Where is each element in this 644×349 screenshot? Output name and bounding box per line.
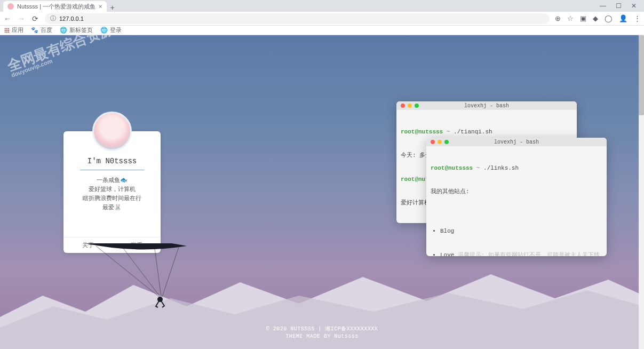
terminal-title: lovexhj - bash [464,103,509,109]
tab-strip: Nutssss | 一个热爱游戏的咸鱼 × + [0,0,644,12]
info-icon[interactable]: ⓘ [50,14,56,22]
window-controls: — ☐ ✕ [594,0,642,12]
list-item[interactable]: Love 温馨提示: 如果有些网站打不开，可能是被主人关下线了哦~ [440,251,602,256]
divider [80,170,144,170]
minimize-dot-icon[interactable] [438,140,442,144]
list-item[interactable]: Blog [440,227,602,235]
toolbar-right: ⊕ ☆ ▣ ◆ ◯ 👤 ⋮ [555,14,641,22]
svg-line-3 [162,247,179,297]
bookmark-login[interactable]: 🌐登录 [100,26,122,34]
links-list: Blog Love 温馨提示: 如果有些网站打不开，可能是被主人关下线了哦~ N… [440,212,602,256]
scrollbar[interactable] [639,35,644,349]
terminal-window-2[interactable]: lovexhj - bash root@nutssss ~ ./links.sh… [426,138,607,256]
minimize-dot-icon[interactable] [408,104,412,108]
maximize-icon[interactable]: ☐ [616,2,622,10]
page-footer: © 2020 NUTSSSS | 湘ICP备XXXXXXXXX THEME MA… [0,326,644,340]
terminal-titlebar[interactable]: lovexhj - bash [426,138,607,146]
reload-icon[interactable]: ⟳ [31,14,39,23]
profile-bio: 一条咸鱼🐟 爱好篮球，计算机 瞎折腾浪费时间最在行 最爱🐰 [63,176,161,212]
svg-line-2 [155,249,161,297]
profile-name: I'm N0tssss [63,157,161,165]
bookmark-newtab[interactable]: 🌐新标签页 [60,26,93,34]
extension-icon-2[interactable]: ◆ [593,14,598,22]
avatar[interactable] [92,112,132,151]
new-tab-button[interactable]: + [107,3,118,12]
minimize-icon[interactable]: — [600,2,606,10]
nav-bar: ← → ⟳ ⓘ 127.0.0.1 ⊕ ☆ ▣ ◆ ◯ 👤 ⋮ [0,12,644,26]
bookmark-apps[interactable]: 应用 [4,26,23,34]
browser-tab[interactable]: Nutssss | 一个热爱游戏的咸鱼 × [3,1,107,12]
maximize-dot-icon[interactable] [415,104,419,108]
profile-icon[interactable]: 👤 [619,14,627,22]
terminal-titlebar[interactable]: lovexhj - bash [396,101,577,110]
close-dot-icon[interactable] [431,140,435,144]
back-icon[interactable]: ← [3,14,12,23]
bookmark-bar: 应用 🐾百度 🌐新标签页 🌐登录 [0,26,644,35]
watermark: 全网最有综合资源网 douyouvip.com [6,35,130,78]
profile-card: I'm N0tssss 一条咸鱼🐟 爱好篮球，计算机 瞎折腾浪费时间最在行 最爱… [63,131,161,253]
star-icon[interactable]: ☆ [567,14,574,22]
favicon [7,3,14,10]
traffic-lights [431,140,449,144]
close-icon[interactable]: ✕ [631,2,637,10]
globe-icon: 🌐 [100,27,108,34]
extension-icon-3[interactable]: ◯ [605,14,613,22]
paraglider-icon [75,243,192,313]
traffic-lights [401,104,419,108]
url-text: 127.0.0.1 [59,15,84,22]
svg-line-0 [96,246,159,297]
extension-icon-1[interactable]: ▣ [580,14,586,22]
bookmark-baidu[interactable]: 🐾百度 [31,26,52,34]
zoom-icon[interactable]: ⊕ [555,14,561,22]
address-bar[interactable]: ⓘ 127.0.0.1 [45,13,550,24]
apps-grid-icon [4,28,10,33]
terminal-body: root@nutssss ~ ./links.sh 我的其他站点: Blog L… [426,146,607,256]
maximize-dot-icon[interactable] [444,140,449,144]
menu-icon[interactable]: ⋮ [634,14,641,22]
terminal-title: lovexhj - bash [494,139,539,145]
baidu-icon: 🐾 [31,27,38,34]
tab-close-icon[interactable]: × [99,3,102,10]
copyright: © 2020 NUTSSSS | 湘ICP备XXXXXXXXX [0,326,644,333]
tab-title: Nutssss | 一个热爱游戏的咸鱼 [17,3,96,11]
globe-icon: 🌐 [60,27,67,34]
close-dot-icon[interactable] [401,104,405,108]
forward-icon: → [17,14,26,23]
theme-credit: THEME MADE BY Nutssss [0,333,644,340]
page-content: 全网最有综合资源网 douyouvip.com I'm N0tssss 一条咸鱼… [0,35,644,349]
browser-chrome: Nutssss | 一个热爱游戏的咸鱼 × + — ☐ ✕ ← → ⟳ ⓘ 12… [0,0,644,35]
scrollbar-thumb[interactable] [639,35,644,115]
